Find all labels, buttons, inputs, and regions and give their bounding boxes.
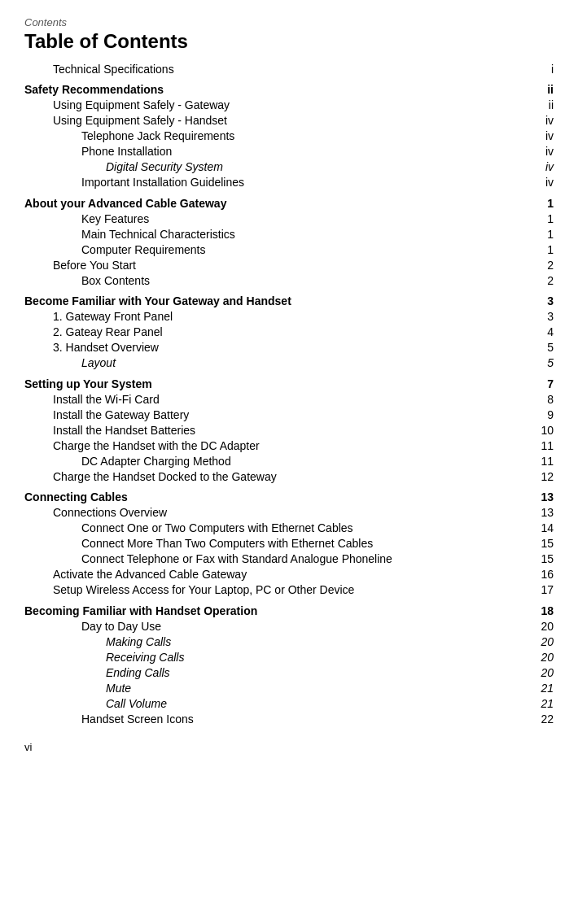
toc-row: Connecting Cables13 — [24, 484, 554, 505]
toc-row: Main Technical Characteristics1 — [24, 226, 554, 242]
toc-row: Key Features1 — [24, 211, 554, 226]
toc-row: Receiving Calls20 — [24, 649, 554, 665]
toc-entry-text: Connect One or Two Computers with Ethern… — [24, 521, 529, 536]
footer-label: vi — [24, 741, 554, 753]
toc-page-num: 11 — [529, 453, 554, 469]
toc-page-num: ii — [529, 98, 554, 113]
toc-entry-text: Handset Screen Icons — [24, 711, 529, 726]
toc-row: Install the Wi-Fi Card8 — [24, 391, 554, 407]
toc-entry-text: Connections Overview — [24, 505, 529, 521]
toc-row: Connect Telephone or Fax with Standard A… — [24, 551, 554, 567]
toc-row: 2. Gateay Rear Panel4 — [24, 325, 554, 340]
toc-row: Safety Recommendationsii — [24, 76, 554, 98]
toc-entry-text: Technical Specifications — [24, 61, 529, 76]
toc-entry-text: Call Volume — [24, 695, 529, 711]
toc-row: Connections Overview13 — [24, 505, 554, 521]
toc-page-num: 16 — [529, 567, 554, 582]
toc-page-num: 12 — [529, 469, 554, 484]
toc-page-num: 2 — [529, 272, 554, 288]
toc-row: Technical Specificationsi — [24, 61, 554, 76]
toc-page-num: 7 — [529, 371, 554, 392]
toc-row: About your Advanced Cable Gateway1 — [24, 190, 554, 211]
toc-page-num: 11 — [529, 438, 554, 453]
toc-entry-text: Before You Start — [24, 257, 529, 272]
toc-page-num: 20 — [529, 649, 554, 665]
toc-entry-text: Connecting Cables — [24, 484, 529, 505]
toc-row: Call Volume21 — [24, 695, 554, 711]
toc-row: Become Familiar with Your Gateway and Ha… — [24, 288, 554, 309]
toc-entry-text: Receiving Calls — [24, 649, 529, 665]
toc-page-num: iv — [529, 159, 554, 175]
toc-entry-text: About your Advanced Cable Gateway — [24, 190, 529, 211]
toc-row: Handset Screen Icons22 — [24, 711, 554, 726]
toc-page-num: 1 — [529, 190, 554, 211]
toc-entry-text: Main Technical Characteristics — [24, 226, 529, 242]
toc-row: Activate the Advanced Cable Gateway16 — [24, 567, 554, 582]
toc-row: Setting up Your System7 — [24, 371, 554, 392]
toc-row: Connect One or Two Computers with Ethern… — [24, 521, 554, 536]
toc-entry-text: Computer Requirements — [24, 242, 529, 257]
toc-entry-text: Important Installation Guidelines — [24, 175, 529, 190]
toc-entry-text: Layout — [24, 355, 529, 371]
toc-row: Layout5 — [24, 355, 554, 371]
toc-entry-text: Key Features — [24, 211, 529, 226]
toc-entry-text: 1. Gateway Front Panel — [24, 309, 529, 325]
toc-row: Install the Gateway Battery9 — [24, 407, 554, 422]
toc-entry-text: Ending Calls — [24, 665, 529, 680]
toc-page-num: 3 — [529, 309, 554, 325]
toc-page-num: 22 — [529, 711, 554, 726]
toc-page-num: 5 — [529, 355, 554, 371]
toc-page-num: 10 — [529, 422, 554, 438]
toc-row: Becoming Familiar with Handset Operation… — [24, 598, 554, 619]
page-title: Table of Contents — [24, 30, 554, 53]
toc-page-num: 21 — [529, 695, 554, 711]
toc-page-num: iv — [529, 144, 554, 159]
toc-row: 1. Gateway Front Panel3 — [24, 309, 554, 325]
toc-row: Telephone Jack Requirementsiv — [24, 129, 554, 144]
toc-row: 3. Handset Overview5 — [24, 340, 554, 355]
toc-page-num: iv — [529, 113, 554, 129]
toc-page-num: 17 — [529, 582, 554, 598]
toc-page-num: 14 — [529, 521, 554, 536]
toc-row: Ending Calls20 — [24, 665, 554, 680]
toc-entry-text: Day to Day Use — [24, 618, 529, 634]
toc-entry-text: Telephone Jack Requirements — [24, 129, 529, 144]
toc-row: Charge the Handset with the DC Adapter11 — [24, 438, 554, 453]
toc-entry-text: Phone Installation — [24, 144, 529, 159]
toc-entry-text: Setup Wireless Access for Your Laptop, P… — [24, 582, 529, 598]
toc-page-num: 15 — [529, 551, 554, 567]
toc-page-num: 20 — [529, 618, 554, 634]
toc-row: Before You Start2 — [24, 257, 554, 272]
toc-entry-text: 3. Handset Overview — [24, 340, 529, 355]
toc-row: Making Calls20 — [24, 634, 554, 649]
toc-row: Install the Handset Batteries10 — [24, 422, 554, 438]
toc-page-num: 9 — [529, 407, 554, 422]
toc-page-num: 18 — [529, 598, 554, 619]
toc-entry-text: Setting up Your System — [24, 371, 529, 392]
toc-page-num: 13 — [529, 505, 554, 521]
toc-row: Box Contents2 — [24, 272, 554, 288]
toc-entry-text: Charge the Handset Docked to the Gateway — [24, 469, 529, 484]
toc-row: Phone Installationiv — [24, 144, 554, 159]
toc-table: Technical SpecificationsiSafety Recommen… — [24, 61, 554, 726]
toc-entry-text: Activate the Advanced Cable Gateway — [24, 567, 529, 582]
toc-row: Using Equipment Safely - Handsetiv — [24, 113, 554, 129]
toc-entry-text: DC Adapter Charging Method — [24, 453, 529, 469]
toc-row: Using Equipment Safely - Gatewayii — [24, 98, 554, 113]
toc-entry-text: Connect More Than Two Computers with Eth… — [24, 536, 529, 551]
toc-row: Mute21 — [24, 680, 554, 695]
toc-row: DC Adapter Charging Method11 — [24, 453, 554, 469]
toc-row: Setup Wireless Access for Your Laptop, P… — [24, 582, 554, 598]
contents-label: Contents — [24, 16, 554, 28]
toc-row: Important Installation Guidelinesiv — [24, 175, 554, 190]
toc-page-num: 3 — [529, 288, 554, 309]
toc-page-num: ii — [529, 76, 554, 98]
toc-entry-text: Connect Telephone or Fax with Standard A… — [24, 551, 529, 567]
toc-entry-text: Making Calls — [24, 634, 529, 649]
toc-entry-text: Digital Security System — [24, 159, 529, 175]
toc-page-num: 1 — [529, 211, 554, 226]
toc-page-num: 20 — [529, 665, 554, 680]
toc-row: Connect More Than Two Computers with Eth… — [24, 536, 554, 551]
toc-page-num: 21 — [529, 680, 554, 695]
toc-entry-text: Using Equipment Safely - Gateway — [24, 98, 529, 113]
